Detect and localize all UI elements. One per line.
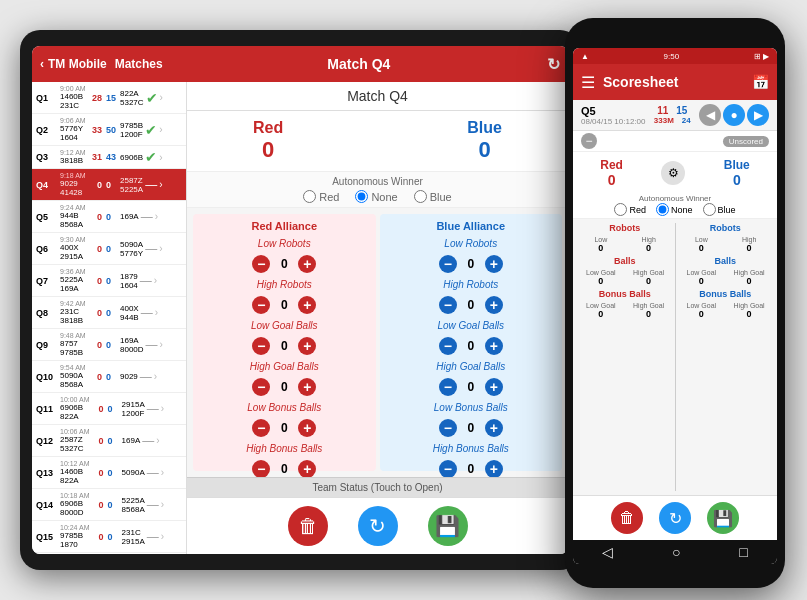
tablet-title: Match Q4 (171, 56, 547, 72)
high-goal-balls-minus-red[interactable]: − (252, 378, 270, 396)
sidebar-item-q5[interactable]: Q5 9:24 AM 944B 8568A 0 0 169A — › (32, 201, 186, 233)
refresh-button[interactable]: ↻ (358, 506, 398, 546)
main-content: Match Q4 Red 0 Blue 0 Autonomou (187, 82, 568, 554)
phone-screen: ▲ 9:50 ⊞ ▶ ☰ Scoresheet 📅 Q5 08/04/15 10… (573, 48, 777, 564)
low-bonus-balls-minus-blue[interactable]: − (439, 419, 457, 437)
low-goal-balls-label: Low Goal Balls (199, 320, 370, 331)
refresh-icon[interactable]: ↻ (547, 55, 560, 74)
radio-blue[interactable]: Blue (414, 190, 452, 203)
time-display: 9:50 (664, 52, 680, 61)
sidebar-item-q7[interactable]: Q7 9:36 AM 5225A 169A 0 0 18791604 — › (32, 265, 186, 297)
hamburger-icon[interactable]: ☰ (581, 73, 595, 92)
low-goal-balls-counter-red: − 0 + (199, 337, 370, 355)
radio-none[interactable]: None (355, 190, 397, 203)
check-icon: ✔ (145, 122, 157, 138)
date-row: − Unscored (573, 131, 777, 152)
sidebar-item-q8[interactable]: Q8 9:42 AM 231C 3818B 0 0 400X944B — › (32, 297, 186, 329)
sidebar-item-q16[interactable]: Q16 10:30 AM 1200F 5776Y 0 0 16048757 — … (32, 553, 186, 554)
high-robots-minus-red[interactable]: − (252, 296, 270, 314)
dash-icon: — (141, 210, 153, 224)
sidebar-item-q13[interactable]: Q13 10:12 AM 1460B 822A 0 0 5090A — › (32, 457, 186, 489)
sidebar-item-q14[interactable]: Q14 10:18 AM 6906B 8000D 0 0 5225A8568A … (32, 489, 186, 521)
calendar-icon[interactable]: 📅 (752, 74, 769, 90)
low-robots-minus-red[interactable]: − (252, 255, 270, 273)
phone-radio-red[interactable]: Red (614, 203, 646, 216)
status-bar: ▲ 9:50 ⊞ ▶ (573, 48, 777, 64)
phone-refresh-button[interactable]: ↻ (659, 502, 691, 534)
phone-red-alliance: Red 0 (600, 158, 623, 188)
nav-recent-icon[interactable]: □ (739, 544, 747, 560)
high-goal-balls-minus-blue[interactable]: − (439, 378, 457, 396)
sidebar-item-q9[interactable]: Q9 9:48 AM 8757 9785B 0 0 169A8000D — › (32, 329, 186, 361)
radio-red[interactable]: Red (303, 190, 339, 203)
sidebar-item-q15[interactable]: Q15 10:24 AM 9785B 1870 0 0 231C2915A — … (32, 521, 186, 553)
high-bonus-balls-minus-red[interactable]: − (252, 460, 270, 477)
phone-save-button[interactable]: 💾 (707, 502, 739, 534)
sidebar-item-q1[interactable]: Q1 9:00 AM 1460B 231C 28 15 822A5327C ✔ … (32, 82, 186, 114)
q-extra-scores: 333M 24 (654, 116, 691, 125)
low-bonus-balls-plus-red[interactable]: + (298, 419, 316, 437)
phone-blue-detail: Robots Low 0 High 0 Balls Low Goal 0 (678, 223, 774, 491)
sidebar-item-q2[interactable]: Q2 9:06 AM 5776Y 1604 33 50 9785B1200F ✔… (32, 114, 186, 146)
high-robots-label: High Robots (199, 279, 370, 290)
phone-radio-blue[interactable]: Blue (703, 203, 736, 216)
balls-red-row: Low Goal 0 High Goal 0 (577, 269, 673, 286)
phone-delete-button[interactable]: 🗑 (611, 502, 643, 534)
phone-blue-alliance: Blue 0 (724, 158, 750, 188)
q-info-bar: Q5 08/04/15 10:12:00 11 15 333M 24 ◀ ● ▶ (573, 100, 777, 131)
play-button[interactable]: ● (723, 104, 745, 126)
dash-icon: — (147, 466, 159, 480)
sidebar-item-q4[interactable]: Q4 9:18 AM 9029 41428 0 0 2587Z5225A — › (32, 169, 186, 201)
phone-nav-bar: ◁ ○ □ (573, 540, 777, 564)
check-icon: ✔ (146, 90, 158, 106)
low-goal-balls-minus-blue[interactable]: − (439, 337, 457, 355)
auto-winner-section: Autonomous Winner Red None Blue (187, 172, 568, 208)
robots-blue-row: Low 0 High 0 (678, 236, 774, 253)
low-bonus-balls-minus-red[interactable]: − (252, 419, 270, 437)
sidebar-item-q10[interactable]: Q10 9:54 AM 5090A 8568A 0 0 9029 — › (32, 361, 186, 393)
sidebar-item-q11[interactable]: Q11 10:00 AM 6906B 822A 0 0 2915A1200F —… (32, 393, 186, 425)
low-robots-counter-blue: − 0 + (386, 255, 557, 273)
high-bonus-balls-plus-blue[interactable]: + (485, 460, 503, 477)
high-robots-minus-blue[interactable]: − (439, 296, 457, 314)
high-goal-balls-label-blue: High Goal Balls (386, 361, 557, 372)
low-bonus-balls-plus-blue[interactable]: + (485, 419, 503, 437)
phone-radio-none[interactable]: None (656, 203, 693, 216)
team-status-banner[interactable]: Team Status (Touch to Open) (187, 477, 568, 497)
dash-icon: — (145, 242, 157, 256)
high-robots-plus-red[interactable]: + (298, 296, 316, 314)
match-sidebar[interactable]: Q1 9:00 AM 1460B 231C 28 15 822A5327C ✔ … (32, 82, 187, 554)
alliance-scores: Red 0 Blue 0 (187, 111, 568, 172)
high-goal-balls-plus-red[interactable]: + (298, 378, 316, 396)
back-button[interactable]: ‹ TM Mobile Matches (40, 57, 163, 71)
high-bonus-balls-minus-blue[interactable]: − (439, 460, 457, 477)
high-bonus-balls-plus-red[interactable]: + (298, 460, 316, 477)
low-goal-balls-plus-red[interactable]: + (298, 337, 316, 355)
tablet-header: ‹ TM Mobile Matches Match Q4 ↻ (32, 46, 568, 82)
nav-home-icon[interactable]: ○ (672, 544, 680, 560)
nav-back-icon[interactable]: ◁ (602, 544, 613, 560)
prev-button[interactable]: ◀ (699, 104, 721, 126)
next-button[interactable]: ▶ (747, 104, 769, 126)
sidebar-item-q6[interactable]: Q6 9:30 AM 400X 2915A 0 0 5090A5776Y — › (32, 233, 186, 265)
delete-button[interactable]: 🗑 (288, 506, 328, 546)
red-alliance-box: Red 0 (253, 119, 283, 163)
high-goal-balls-plus-blue[interactable]: + (485, 378, 503, 396)
minus-button[interactable]: − (581, 133, 597, 149)
gear-icon[interactable]: ⚙ (661, 161, 685, 185)
balls-blue-row: Low Goal 0 High Goal 0 (678, 269, 774, 286)
tablet: ‹ TM Mobile Matches Match Q4 ↻ Q1 9:00 A… (20, 30, 580, 570)
low-robots-minus-blue[interactable]: − (439, 255, 457, 273)
sidebar-item-q12[interactable]: Q12 10:06 AM 2587Z 5327C 0 0 169A — › (32, 425, 186, 457)
low-robots-plus-red[interactable]: + (298, 255, 316, 273)
dash-icon: — (147, 498, 159, 512)
sidebar-item-q3[interactable]: Q3 9:12 AM 3818B 31 43 6906B ✔ › (32, 146, 186, 169)
low-goal-balls-plus-blue[interactable]: + (485, 337, 503, 355)
low-robots-plus-blue[interactable]: + (485, 255, 503, 273)
save-button[interactable]: 💾 (428, 506, 468, 546)
low-goal-balls-minus-red[interactable]: − (252, 337, 270, 355)
high-robots-counter-red: − 0 + (199, 296, 370, 314)
high-robots-plus-blue[interactable]: + (485, 296, 503, 314)
robots-red-row: Low 0 High 0 (577, 236, 673, 253)
nav-buttons: ◀ ● ▶ (699, 104, 769, 126)
